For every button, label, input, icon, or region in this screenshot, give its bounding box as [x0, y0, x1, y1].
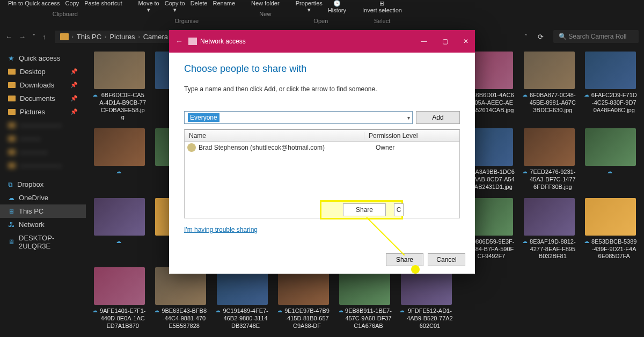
cloud-icon: ☁	[116, 238, 121, 244]
file-tile[interactable]: ☁6F0BA877-0C48-45BE-8981-A67C3BDCE630.jp…	[521, 52, 577, 123]
cloud-icon: ☁	[399, 307, 405, 313]
file-tile[interactable]: ☁9AFE1401-E7F1-440D-8E0A-1ACED7A1B870	[91, 267, 147, 332]
folder-icon	[8, 163, 16, 169]
file-label: ☁9E1CE97B-47B9-415D-81B0-657C9A68-DF	[277, 307, 331, 329]
thumbnail	[524, 198, 575, 236]
cloud-icon: ☁	[584, 238, 589, 244]
file-tile[interactable]: ☁9FDFE512-AD1-4AB9-B520-77A2602C01	[398, 267, 454, 332]
sidebar-item[interactable]: ————	[0, 145, 86, 159]
sidebar-item[interactable]: ——————	[0, 119, 86, 132]
cloud-icon: ☁	[522, 92, 528, 98]
file-tile[interactable]: ☁9C191489-4FE7-46B2-9880-3114DB32748E	[214, 267, 270, 332]
add-button[interactable]: Add	[416, 111, 460, 124]
trouble-sharing-link[interactable]: I'm having trouble sharing	[184, 226, 258, 233]
file-name: 6F0BA877-0C48-45BE-8981-A67C3BDCE630.jpg	[529, 92, 576, 114]
breadcrumb[interactable]: › This PC › Pictures › Camera Roll	[55, 31, 187, 43]
col-permission[interactable]: Permission Level	[364, 132, 459, 140]
file-tile[interactable]: ☁	[583, 128, 639, 193]
sidebar-desktop-pc[interactable]: 🖥DESKTOP-2ULQR3E	[0, 231, 86, 253]
dialog-titlebar[interactable]: ← Network access — ▢ ✕	[169, 30, 475, 53]
sidebar-pictures[interactable]: Pictures📌	[0, 105, 86, 119]
copy-to[interactable]: Copy to ▾	[165, 0, 185, 13]
chevron-right-icon: ›	[138, 34, 140, 40]
paste-shortcut[interactable]: Paste shortcut	[84, 0, 122, 6]
sidebar-onedrive[interactable]: ☁OneDrive	[0, 191, 86, 204]
sidebar-network[interactable]: 🖧Network	[0, 218, 86, 231]
people-combo[interactable]: Everyone ▾	[184, 111, 413, 124]
share-button-highlight[interactable]: Share	[343, 203, 386, 216]
cancel-button[interactable]: Cancel	[428, 253, 465, 266]
sidebar-this-pc[interactable]: 🖥This PC	[0, 204, 86, 218]
invert-selection[interactable]: ⊞ Invert selection	[362, 0, 402, 13]
star-icon: ★	[8, 54, 14, 62]
pin-quick-access[interactable]: Pin to Quick access	[8, 0, 60, 6]
cloud-icon: ☁	[154, 307, 159, 313]
file-name: 6BF6DC0F-CA5A-4D1A-B9CB-77CFDBA3EE58.jpg	[99, 92, 146, 121]
thumbnail	[94, 128, 145, 166]
forward-arrow-icon[interactable]: →	[19, 33, 26, 41]
sidebar-desktop[interactable]: Desktop📌	[0, 65, 86, 78]
sidebar-quick-access[interactable]: ★Quick access	[0, 52, 86, 65]
file-label: ☁9AFE1401-E7F1-440D-8E0A-1ACED7A1B870	[92, 307, 146, 329]
delete-button[interactable]: Delete	[191, 0, 208, 6]
sidebar-item[interactable]: ——————	[0, 159, 86, 172]
new-folder[interactable]: New folder	[251, 0, 280, 6]
file-tile[interactable]: ☁6BF6DC0F-CA5A-4D1A-B9CB-77CFDBA3EE58.jp…	[91, 52, 147, 123]
file-tile[interactable]: ☁9E1CE97B-47B9-415D-81B0-657C9A68-DF	[275, 267, 331, 332]
folder-icon	[8, 96, 16, 101]
new-label: New	[259, 11, 271, 17]
minimize-icon[interactable]: —	[421, 38, 427, 45]
col-name[interactable]: Name	[185, 132, 364, 140]
chevron-down-icon[interactable]: ▾	[407, 115, 410, 121]
up-arrow-icon[interactable]: ↑	[42, 33, 46, 41]
file-tile[interactable]: ☁	[91, 198, 147, 262]
folder-icon	[60, 33, 69, 40]
sidebar-documents[interactable]: Documents📌	[0, 92, 86, 105]
file-name: 9C191489-4FE7-46B2-9880-3114DB32748E	[222, 307, 269, 329]
cloud-icon: ☁	[92, 92, 98, 98]
file-tile[interactable]: ☁6FAFC2D9-F71D-4C25-830F-9D70A48FA08C.jp…	[583, 52, 639, 123]
file-tile[interactable]: ☁	[91, 128, 147, 193]
rename-button[interactable]: Rename	[213, 0, 235, 6]
file-tile[interactable]: ☁8E53DBCB-5389-439F-9D21-F4A6E085D7FA	[583, 198, 639, 262]
close-icon[interactable]: ✕	[463, 38, 469, 45]
file-tile[interactable]: ☁7EED2476-9231-45A3-BF7C-14776FDFF30B.jp…	[521, 128, 577, 193]
sidebar-dropbox[interactable]: ⧉Dropbox	[0, 178, 86, 191]
file-name: 6FAFC2D9-F71D-4C25-830F-9D70A48FA08C.jpg	[591, 92, 638, 114]
recent-chevron-icon[interactable]: ˅	[32, 33, 36, 41]
folder-icon	[8, 109, 16, 115]
refresh-icon[interactable]: ⟳	[538, 33, 544, 41]
ribbon: Pin to Quick access Copy Paste shortcut …	[0, 0, 644, 27]
copy-button[interactable]: Copy	[65, 0, 79, 6]
maximize-icon[interactable]: ▢	[442, 38, 448, 45]
file-label: ☁9C191489-4FE7-46B2-9880-3114DB32748E	[215, 307, 269, 329]
cloud-icon: ☁	[215, 307, 221, 313]
share-button[interactable]: Share	[386, 253, 423, 266]
breadcrumb-item[interactable]: Pictures	[109, 33, 135, 41]
search-input[interactable]: 🔍 Search Camera Roll	[553, 30, 639, 43]
back-arrow-icon[interactable]: ←	[5, 33, 12, 41]
file-label: ☁	[92, 238, 146, 244]
thumbnail	[585, 52, 636, 89]
breadcrumb-item[interactable]: This PC	[77, 33, 101, 41]
folder-icon	[8, 69, 16, 75]
file-tile[interactable]: ☁9BE63E43-BFB8-44C4-9881-470E5B587828	[152, 267, 208, 332]
pc-icon: 🖥	[8, 208, 14, 215]
highlight-annotation: Share C	[320, 200, 403, 219]
table-row[interactable]: Brad Stephenson (shuttlecok@hotmail.com)…	[185, 142, 459, 153]
history-button[interactable]: 🕒 History	[328, 0, 346, 13]
file-tile[interactable]: ☁8E3AF19D-8812-4277-8EAF-F895B032BF81	[521, 198, 577, 262]
file-label: ☁6BF6DC0F-CA5A-4D1A-B9CB-77CFDBA3EE58.jp…	[92, 92, 146, 121]
dialog-title: Network access	[200, 38, 246, 45]
move-to[interactable]: Move to ▾	[138, 0, 159, 13]
sidebar-item[interactable]: ———	[0, 132, 86, 145]
breadcrumb-dropdown-icon[interactable]: ˅	[524, 33, 528, 41]
sidebar-downloads[interactable]: Downloads📌	[0, 78, 86, 92]
onedrive-icon: ☁	[8, 194, 14, 202]
file-tile[interactable]: ☁9EB8B911-1BE7-457C-9A68-DF37C1A676AB	[337, 267, 393, 332]
file-label: ☁8E53DBCB-5389-439F-9D21-F4A6E085D7FA	[584, 238, 638, 260]
properties-button[interactable]: Properties ▾	[296, 0, 323, 13]
back-arrow-icon[interactable]: ←	[175, 37, 183, 46]
cloud-icon: ☁	[607, 169, 612, 174]
cloud-icon: ☁	[522, 238, 528, 244]
